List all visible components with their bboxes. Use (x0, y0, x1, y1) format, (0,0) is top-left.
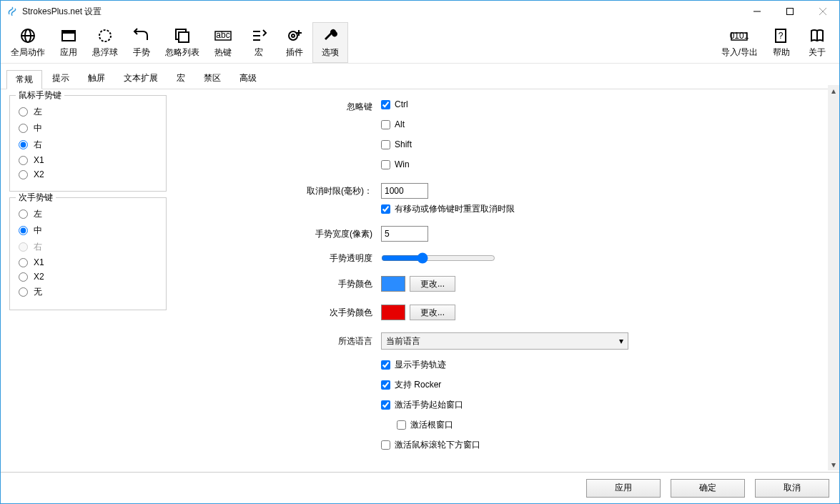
svg-text:0101: 0101 (730, 31, 749, 41)
tab-textexp[interactable]: 文本扩展 (115, 69, 167, 89)
tab-general[interactable]: 常规 (6, 70, 42, 89)
activate-root-check[interactable]: 激活根窗口 (397, 419, 453, 431)
activate-wheel-check[interactable]: 激活鼠标滚轮下方窗口 (381, 439, 480, 451)
gesture-color-label: 手势颜色 (288, 278, 381, 290)
svg-rect-8 (62, 31, 75, 34)
secondary-left[interactable]: 左 (19, 208, 157, 220)
app-icon (6, 6, 18, 17)
svg-point-15 (292, 34, 295, 37)
footer: 应用 确定 取消 (1, 472, 839, 503)
secondary-x1[interactable]: X1 (19, 257, 157, 267)
secondary-group: 次手势键 左 中 右 X1 X2 无 (9, 197, 167, 310)
abc-icon: abc (213, 26, 233, 45)
gesture-width-input[interactable] (381, 226, 428, 242)
circle-dots-icon (95, 26, 115, 45)
toolbar-options[interactable]: 选项 (312, 22, 348, 63)
primary-left[interactable]: 左 (19, 106, 157, 118)
toolbar-apps[interactable]: 应用 (51, 22, 87, 63)
apply-button[interactable]: 应用 (586, 479, 661, 498)
svg-text:abc: abc (216, 30, 229, 40)
cancel-timeout-input[interactable] (381, 183, 428, 199)
close-button[interactable] (806, 1, 839, 22)
color2-swatch (381, 305, 405, 320)
opacity-slider[interactable] (381, 252, 495, 264)
wrench-icon (320, 26, 340, 45)
cancel-button[interactable]: 取消 (755, 479, 829, 498)
svg-point-9 (99, 30, 111, 41)
shift-check[interactable]: Shift (381, 139, 412, 149)
scroll-down-icon[interactable]: ▾ (828, 459, 839, 470)
window-title: StrokesPlus.net 设置 (22, 6, 741, 18)
primary-group-title: 鼠标手势键 (16, 89, 64, 102)
window-icon (59, 26, 79, 45)
tab-advanced[interactable]: 高级 (231, 69, 265, 89)
minimize-button[interactable] (741, 1, 774, 22)
change-color2-button[interactable]: 更改... (410, 305, 455, 320)
tab-forbid[interactable]: 禁区 (195, 69, 229, 89)
titlebar: StrokesPlus.net 设置 (1, 1, 839, 22)
color1-swatch (381, 276, 405, 292)
primary-x2[interactable]: X2 (19, 169, 157, 179)
win-check[interactable]: Win (381, 159, 410, 169)
macro-icon (249, 26, 269, 45)
globe-icon (18, 26, 38, 45)
ok-button[interactable]: 确定 (671, 479, 745, 498)
book-icon (807, 26, 827, 45)
ignore-key-label: 忽略键 (288, 101, 381, 113)
gesture-width-label: 手势宽度(像素) (288, 228, 381, 240)
svg-rect-1 (787, 9, 794, 15)
toolbar-hotkeys[interactable]: abc热键 (205, 22, 241, 63)
toolbar-plugins[interactable]: 插件 (277, 22, 312, 63)
activate-start-check[interactable]: 激活手势起始窗口 (381, 399, 463, 411)
undo-icon (132, 26, 152, 45)
language-select[interactable]: 当前语言▾ (381, 332, 628, 350)
rocker-check[interactable]: 支持 Rocker (381, 379, 441, 391)
toolbar-float[interactable]: 悬浮球 (87, 22, 124, 63)
toolbar-global[interactable]: 全局动作 (5, 22, 51, 63)
toolbar-gestures[interactable]: 手势 (124, 22, 159, 63)
tab-macro[interactable]: 宏 (168, 69, 194, 89)
alt-check[interactable]: Alt (381, 119, 405, 129)
primary-group: 鼠标手势键 左 中 右 X1 X2 (9, 95, 167, 192)
secondary-group-title: 次手势键 (16, 192, 56, 204)
ctrl-check[interactable]: Ctrl (381, 99, 408, 109)
cancel-timeout-label: 取消时限(毫秒)： (288, 185, 381, 197)
secondary-x2[interactable]: X2 (19, 272, 157, 282)
reset-on-move-check[interactable]: 有移动或修饰键时重置取消时限 (381, 203, 515, 215)
tab-touch[interactable]: 触屏 (79, 69, 114, 89)
stack-icon (172, 26, 192, 45)
change-color1-button[interactable]: 更改... (410, 276, 455, 292)
toolbar-ignore[interactable]: 忽略列表 (159, 22, 205, 63)
svg-text:?: ? (779, 31, 784, 41)
chevron-down-icon: ▾ (619, 336, 623, 346)
gear-plus-icon (285, 26, 305, 45)
svg-rect-11 (179, 32, 189, 42)
primary-right[interactable]: 右 (19, 139, 157, 151)
scrollbar[interactable]: ▴ ▾ (828, 85, 839, 470)
secondary-middle[interactable]: 中 (19, 224, 157, 237)
language-label: 所选语言 (288, 335, 381, 347)
scroll-up-icon[interactable]: ▴ (828, 85, 839, 97)
tab-hints[interactable]: 提示 (44, 69, 78, 89)
help-icon: ? (771, 26, 791, 45)
show-trail-check[interactable]: 显示手势轨迹 (381, 359, 446, 371)
toolbar-about[interactable]: 关于 (799, 22, 835, 63)
toolbar-importexport[interactable]: 0101导入/导出 (716, 22, 764, 63)
secondary-none[interactable]: 无 (19, 286, 157, 298)
tabstrip: 常规 提示 触屏 文本扩展 宏 禁区 高级 (1, 68, 839, 89)
maximize-button[interactable] (774, 1, 806, 22)
toolbar-help[interactable]: ?帮助 (764, 22, 799, 63)
primary-x1[interactable]: X1 (19, 155, 157, 165)
gesture-opacity-label: 手势透明度 (288, 252, 381, 265)
secondary-right: 右 (19, 241, 157, 253)
primary-middle[interactable]: 中 (19, 122, 157, 134)
sec-color-label: 次手势颜色 (288, 307, 381, 319)
toolbar-macros[interactable]: 宏 (241, 22, 277, 63)
toolbar: 全局动作 应用 悬浮球 手势 忽略列表 abc热键 宏 插件 选项 0101导入… (1, 22, 839, 64)
io-icon: 0101 (729, 26, 749, 45)
